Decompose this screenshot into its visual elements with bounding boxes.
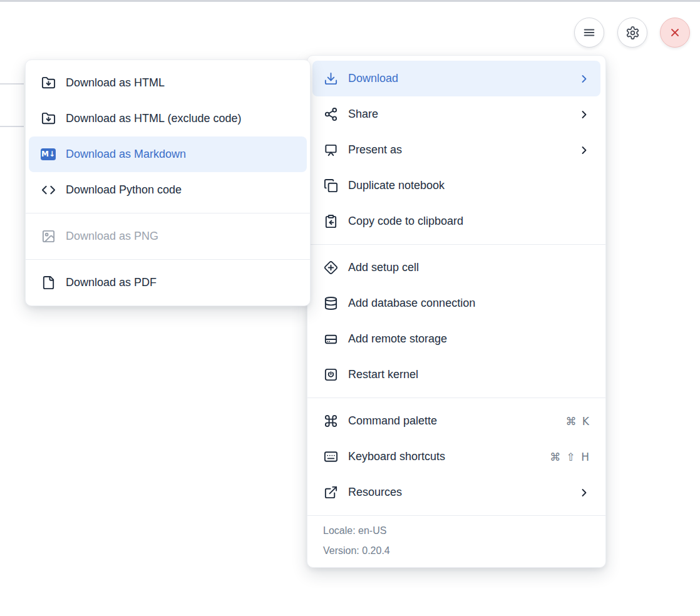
menu-group-help: Command palette ⌘ K Keyboard shortcuts ⌘… [307,398,605,515]
background-cell-divider [0,126,24,127]
close-icon [669,26,681,39]
background-cell-divider [0,83,24,85]
image-icon [41,229,56,244]
command-icon [323,414,338,429]
menu-item-share[interactable]: Share [307,96,605,132]
menu-item-label: Present as [348,143,402,157]
download-icon [323,71,338,86]
menu-item-label: Add remote storage [348,332,447,346]
menu-item-label: Download as PNG [66,230,158,243]
menu-item-copy-code[interactable]: Copy code to clipboard [307,203,605,239]
diamond-plus-icon [323,260,338,275]
menu-item-download-as-html[interactable]: Download as HTML [26,65,310,101]
hard-drive-icon [323,332,338,347]
notebook-menu-button[interactable] [574,18,604,48]
menu-item-add-remote-storage[interactable]: Add remote storage [307,321,605,357]
notebook-menu: Download Share Present as [307,55,606,568]
presentation-icon [323,143,338,158]
menu-item-label: Download as HTML [66,76,165,90]
menu-item-label: Add setup cell [348,261,419,274]
menu-item-label: Download as HTML (exclude code) [66,112,241,125]
menu-item-label: Share [348,108,378,121]
menu-item-download-python-code[interactable]: Download Python code [26,172,310,208]
menu-item-label: Download as Markdown [66,148,186,161]
chevron-right-icon [578,486,590,499]
menu-item-command-palette[interactable]: Command palette ⌘ K [307,403,605,439]
submenu-group-pdf: Download as PDF [26,260,310,305]
chevron-right-icon [578,108,590,121]
menu-item-download-as-png: Download as PNG [26,218,310,254]
chevron-right-icon [578,144,590,157]
menu-item-present-as[interactable]: Present as [307,132,605,168]
menu-item-resources[interactable]: Resources [307,475,605,510]
menu-item-label: Resources [348,486,402,499]
submenu-group-documents: Download as HTML Download as HTML (exclu… [26,60,310,213]
menu-item-add-database-connection[interactable]: Add database connection [307,285,605,321]
copy-icon [323,178,338,193]
menu-item-label: Download Python code [66,183,182,197]
menu-item-label: Download as PDF [66,276,157,289]
database-icon [323,296,338,311]
code-icon [41,183,56,198]
markdown-download-icon: M↓ [41,147,56,162]
menu-item-add-setup-cell[interactable]: Add setup cell [307,250,605,285]
menu-item-label: Download [348,72,398,85]
locale-text: Locale: en-US [323,523,590,538]
version-text: Version: 0.20.4 [323,543,590,558]
menu-item-label: Copy code to clipboard [348,215,463,228]
menu-item-label: Command palette [348,414,437,428]
close-button[interactable] [660,18,690,48]
folder-download-icon [41,111,56,126]
share-icon [323,107,338,122]
hamburger-icon [582,26,596,39]
keyboard-icon [323,449,338,465]
power-icon [323,367,338,382]
menu-item-duplicate-notebook[interactable]: Duplicate notebook [307,168,605,203]
page-top-border [0,0,700,2]
menu-item-download-as-pdf[interactable]: Download as PDF [26,265,310,300]
settings-button[interactable] [617,18,647,48]
menu-item-restart-kernel[interactable]: Restart kernel [307,357,605,393]
menu-group-add: Add setup cell Add database connection A… [307,245,605,398]
chevron-right-icon [578,73,590,85]
menu-item-keyboard-shortcuts[interactable]: Keyboard shortcuts ⌘ ⇧ H [307,439,605,475]
folder-download-icon [41,76,56,91]
shortcut-hint: ⌘ ⇧ H [550,451,590,463]
menu-footer: Locale: en-US Version: 0.20.4 [307,516,605,567]
menu-item-label: Add database connection [348,297,475,310]
shortcut-hint: ⌘ K [565,415,590,428]
menu-item-label: Keyboard shortcuts [348,450,445,463]
download-submenu: Download as HTML Download as HTML (exclu… [25,59,311,306]
menu-item-download[interactable]: Download [312,61,600,96]
submenu-group-png: Download as PNG [26,213,310,259]
menu-group-actions: Download Share Present as [307,56,605,244]
menu-item-label: Restart kernel [348,368,418,381]
clipboard-copy-icon [323,214,338,229]
menu-item-download-as-markdown[interactable]: M↓ Download as Markdown [29,136,307,172]
external-link-icon [323,485,338,500]
menu-item-download-as-html-exclude-code[interactable]: Download as HTML (exclude code) [26,101,310,136]
gear-icon [625,26,640,40]
file-icon [41,275,56,290]
menu-item-label: Duplicate notebook [348,179,445,192]
